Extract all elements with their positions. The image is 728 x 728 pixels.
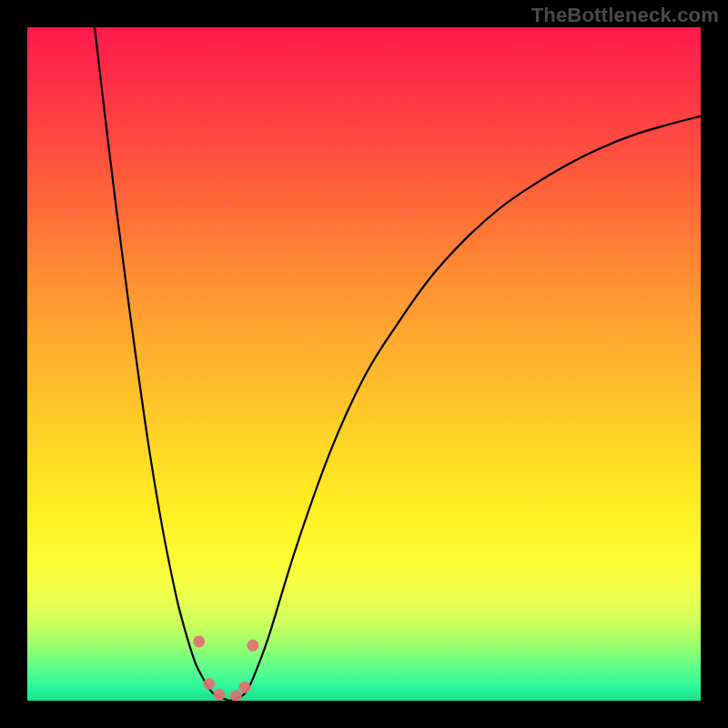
scatter-dot	[239, 682, 251, 693]
scatter-dot	[230, 690, 242, 701]
left-curve	[95, 27, 229, 701]
chart-frame: TheBottleneck.com	[0, 0, 728, 728]
scatter-dot	[213, 689, 225, 701]
plot-area	[27, 27, 701, 701]
curve-overlay	[27, 27, 701, 701]
scatter-dots	[193, 635, 258, 701]
scatter-dot	[203, 678, 215, 690]
watermark-text: TheBottleneck.com	[531, 4, 719, 27]
right-curve	[229, 116, 701, 701]
scatter-dot	[247, 640, 258, 652]
scatter-dot	[193, 635, 205, 647]
